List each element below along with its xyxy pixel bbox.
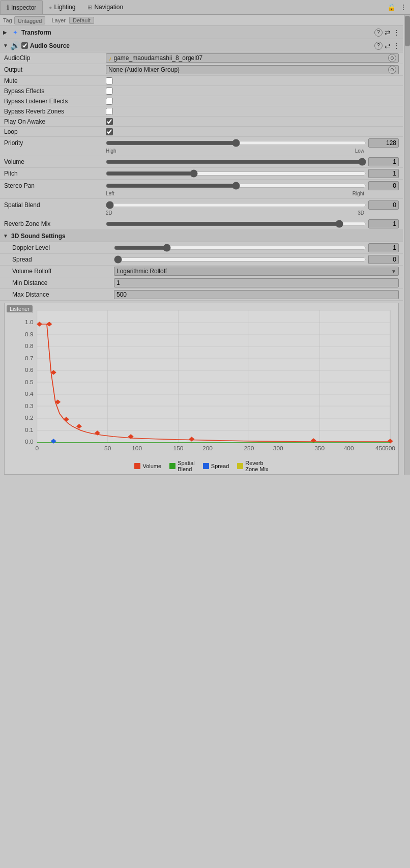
- scrollbar[interactable]: [404, 15, 410, 475]
- svg-text:0: 0: [36, 446, 39, 451]
- stereo-pan-input[interactable]: [368, 181, 399, 190]
- audioclip-target-icon[interactable]: ⊙: [388, 54, 396, 62]
- tab-inspector[interactable]: ℹ Inspector: [0, 0, 43, 14]
- lighting-icon: ●: [49, 5, 52, 10]
- tab-navigation[interactable]: ⊞ Navigation: [81, 0, 129, 14]
- doppler-label: Doppler Level: [12, 244, 114, 251]
- priority-max-label: Low: [355, 148, 364, 154]
- volume-label: Volume: [4, 158, 106, 165]
- tab-lighting[interactable]: ● Lighting: [43, 0, 81, 14]
- mute-checkbox[interactable]: [106, 77, 113, 84]
- layer-value[interactable]: Default: [69, 17, 94, 24]
- bypass-reverb-checkbox[interactable]: [106, 108, 113, 115]
- bypass-effects-checkbox[interactable]: [106, 88, 113, 95]
- mute-row: Mute: [0, 76, 403, 86]
- volume-slider[interactable]: [106, 158, 366, 165]
- spread-row: Spread: [0, 254, 403, 266]
- more-icon[interactable]: ⋮: [399, 3, 408, 12]
- transform-sliders-icon[interactable]: ⇄: [385, 28, 391, 37]
- max-distance-label: Max Distance: [12, 291, 114, 298]
- sound-3d-arrow: ▼: [3, 233, 9, 239]
- svg-text:0.9: 0.9: [25, 332, 34, 337]
- layer-section: Layer Default: [51, 16, 94, 24]
- tag-label: Tag: [3, 17, 12, 23]
- audio-source-enabled-checkbox[interactable]: [21, 42, 28, 49]
- priority-min-label: High: [106, 148, 116, 154]
- bypass-listener-row: Bypass Listener Effects: [0, 96, 403, 106]
- stereo-pan-row: Stereo Pan Left Right: [0, 180, 403, 199]
- volume-input[interactable]: [368, 157, 399, 166]
- volume-rolloff-dropdown[interactable]: Logarithmic Rolloff ▼: [114, 267, 399, 276]
- audio-source-header[interactable]: ▼ 🔊 Audio Source ? ⇄ ⋮: [0, 39, 403, 52]
- bypass-listener-label: Bypass Listener Effects: [4, 98, 106, 105]
- tag-value[interactable]: Untagged: [14, 16, 46, 24]
- svg-text:0.7: 0.7: [25, 356, 34, 361]
- audio-source-sliders-icon[interactable]: ⇄: [385, 42, 391, 50]
- spatial-blend-input[interactable]: [368, 200, 399, 210]
- bypass-listener-checkbox[interactable]: [106, 98, 113, 105]
- music-note-icon: ♪: [108, 54, 112, 62]
- svg-text:1.0: 1.0: [25, 320, 34, 325]
- loop-checkbox[interactable]: [106, 128, 113, 135]
- stereo-pan-slider[interactable]: [106, 182, 366, 189]
- audio-source-help-icon[interactable]: ?: [374, 42, 383, 50]
- svg-text:300: 300: [273, 446, 283, 451]
- max-distance-row: Max Distance: [0, 289, 403, 301]
- sound-3d-title: 3D Sound Settings: [11, 233, 66, 240]
- tag-row: Tag Untagged Layer Default: [0, 15, 403, 26]
- audio-source-right-icons: ? ⇄ ⋮: [374, 42, 400, 50]
- spatial-blend-row: Spatial Blend 2D 3D: [0, 199, 403, 218]
- audioclip-label: AudioClip: [4, 54, 106, 62]
- transform-header[interactable]: ▶ ✦ Transform ? ⇄ ⋮: [0, 26, 403, 39]
- legend-volume-color: [134, 463, 140, 469]
- header-icons: 🔒 ⋮: [387, 0, 410, 14]
- audio-source-more-icon[interactable]: ⋮: [393, 42, 400, 50]
- pitch-slider[interactable]: [106, 170, 366, 177]
- priority-input[interactable]: [368, 138, 399, 148]
- audio-source-icon: 🔊: [11, 42, 19, 50]
- lock-icon[interactable]: 🔒: [387, 3, 396, 12]
- spread-input[interactable]: [368, 255, 399, 264]
- svg-text:500: 500: [385, 446, 395, 451]
- rolloff-dropdown-arrow: ▼: [391, 269, 396, 274]
- scrollbar-thumb[interactable]: [405, 16, 410, 46]
- legend-spatial-blend: SpatialBlend: [169, 460, 195, 472]
- doppler-row: Doppler Level: [0, 242, 403, 254]
- doppler-input[interactable]: [368, 243, 399, 252]
- svg-text:350: 350: [314, 446, 325, 451]
- tab-bar: ℹ Inspector ● Lighting ⊞ Navigation 🔒 ⋮: [0, 0, 410, 15]
- audioclip-row: AudioClip ♪ game_maoudamashii_8_orgel07 …: [0, 52, 403, 64]
- svg-text:0.1: 0.1: [25, 427, 34, 433]
- loop-label: Loop: [4, 128, 106, 135]
- sound-3d-header[interactable]: ▼ 3D Sound Settings: [0, 230, 403, 242]
- transform-icon: ✦: [11, 28, 19, 37]
- max-distance-input[interactable]: [114, 290, 399, 299]
- volume-rolloff-value: Logarithmic Rolloff: [116, 268, 167, 275]
- reverb-zone-input[interactable]: [368, 219, 399, 228]
- transform-more-icon[interactable]: ⋮: [393, 28, 400, 37]
- priority-slider[interactable]: [106, 139, 366, 147]
- output-target-icon[interactable]: ⊙: [388, 66, 396, 74]
- output-row: Output None (Audio Mixer Group) ⊙: [0, 64, 403, 76]
- reverb-zone-slider[interactable]: [106, 220, 366, 227]
- spread-slider[interactable]: [114, 256, 366, 263]
- audioclip-field[interactable]: ♪ game_maoudamashii_8_orgel07 ⊙: [106, 53, 399, 63]
- play-on-awake-checkbox[interactable]: [106, 118, 113, 125]
- spatial-blend-slider[interactable]: [106, 201, 366, 209]
- bypass-effects-row: Bypass Effects: [0, 86, 403, 96]
- listener-badge: Listener: [7, 305, 33, 312]
- priority-row: Priority High Low: [0, 137, 403, 156]
- min-distance-input[interactable]: [114, 278, 399, 287]
- output-dropdown[interactable]: None (Audio Mixer Group) ⊙: [106, 65, 399, 74]
- audio-source-arrow: ▼: [3, 43, 9, 48]
- transform-help-icon[interactable]: ?: [374, 28, 383, 37]
- svg-text:0.3: 0.3: [25, 403, 34, 409]
- transform-right-icons: ? ⇄ ⋮: [374, 28, 400, 37]
- legend-spread-label: Spread: [211, 463, 229, 469]
- stereo-pan-min-label: Left: [106, 191, 114, 196]
- legend-spread: Spread: [203, 460, 229, 472]
- legend-volume-label: Volume: [142, 463, 161, 469]
- pitch-input[interactable]: [368, 169, 399, 178]
- doppler-slider[interactable]: [114, 244, 366, 251]
- volume-rolloff-chart: Listener: [4, 303, 399, 475]
